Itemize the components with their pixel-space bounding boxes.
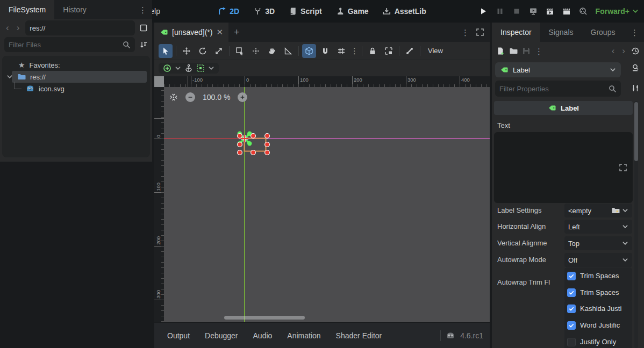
pan-mode-button[interactable]: [265, 44, 279, 58]
scene-tab-unsaved[interactable]: [unsaved](*) ✕: [154, 23, 228, 42]
play-scene-button[interactable]: [546, 7, 554, 16]
workspace-game-button[interactable]: Game: [336, 7, 369, 16]
bottom-panel-debugger[interactable]: Debugger: [198, 328, 245, 343]
property-tools-icon[interactable]: [631, 84, 640, 92]
tab-signals[interactable]: Signals: [540, 23, 582, 42]
filter-properties-box: [495, 81, 621, 97]
zoom-in-button[interactable]: [238, 92, 247, 102]
workspace-2d-button[interactable]: 2D: [218, 7, 239, 16]
play-custom-scene-button[interactable]: [562, 7, 571, 16]
bottom-panel-audio[interactable]: Audio: [247, 328, 279, 343]
justify-only-checkbox[interactable]: [567, 338, 576, 346]
anchor-preset-icon[interactable]: [196, 64, 205, 73]
grid-snap-toggle[interactable]: [334, 44, 348, 58]
nav-back-icon[interactable]: ‹: [4, 23, 11, 33]
divider: [440, 330, 441, 341]
remote-debug-icon[interactable]: [529, 7, 538, 16]
autowrap-mode-dropdown[interactable]: Off: [564, 253, 632, 267]
tree-item-res[interactable]: res://: [2, 71, 150, 83]
history-back-icon[interactable]: ‹: [610, 46, 617, 56]
view-menu-button[interactable]: View: [424, 47, 447, 55]
flag-label: Trim Spaces: [580, 288, 619, 296]
path-box: [25, 20, 135, 35]
flag-label: Kashida Justi: [580, 305, 621, 313]
smart-snap-toggle[interactable]: [302, 44, 316, 58]
expand-viewport-icon[interactable]: [476, 28, 484, 37]
new-resource-icon[interactable]: [496, 47, 505, 55]
label-settings-resource-picker[interactable]: <empty: [564, 204, 632, 218]
list-select-button[interactable]: [233, 44, 247, 58]
version-label[interactable]: 4.6.rc1: [460, 331, 483, 340]
filter-properties-input[interactable]: [499, 85, 608, 93]
tab-filesystem[interactable]: FileSystem: [0, 0, 54, 19]
sort-files-icon[interactable]: [139, 40, 148, 49]
scale-mode-button[interactable]: [212, 44, 226, 58]
vertical-alignment-dropdown[interactable]: Top: [564, 236, 632, 250]
skeleton-options-button[interactable]: [403, 44, 417, 58]
save-resource-icon[interactable]: [522, 47, 531, 55]
tree-item-icon-svg[interactable]: icon.svg: [2, 83, 150, 95]
workspace-assetlib-button[interactable]: AssetLib: [383, 7, 426, 16]
center-view-icon[interactable]: [169, 93, 178, 102]
flag-row: Kashida Justi: [564, 300, 632, 317]
group-node-button[interactable]: [382, 44, 396, 58]
load-resource-folder-icon[interactable]: [509, 47, 518, 55]
nav-forward-icon[interactable]: ›: [15, 23, 22, 33]
canvas-horizontal-scrollbar[interactable]: [224, 316, 305, 320]
kashida-justification-checkbox[interactable]: [567, 305, 576, 313]
workspace-script-button[interactable]: Script: [289, 7, 322, 16]
anchor-icon[interactable]: [184, 64, 193, 73]
history-forward-icon[interactable]: ›: [620, 46, 627, 56]
insert-key-icon[interactable]: [163, 64, 171, 73]
pause-button[interactable]: [496, 7, 504, 16]
word-justification-checkbox[interactable]: [567, 321, 576, 330]
filter-files-input[interactable]: [9, 41, 122, 49]
inspector-scrollbar-thumb[interactable]: [634, 102, 638, 161]
rotate-mode-button[interactable]: [196, 44, 210, 58]
select-mode-button[interactable]: [159, 44, 173, 58]
zoom-percent-label[interactable]: 100.0 %: [203, 93, 230, 102]
edited-object-selector[interactable]: Label: [495, 62, 621, 77]
tab-inspector[interactable]: Inspector: [492, 23, 540, 42]
trim-spaces-checkbox[interactable]: [567, 272, 576, 280]
stop-button[interactable]: [512, 7, 521, 16]
expand-text-editor-icon[interactable]: [619, 163, 627, 172]
zoom-out-button[interactable]: [185, 92, 195, 102]
inspector-menu-icon[interactable]: ⋮: [631, 28, 639, 37]
resource-options-menu-icon[interactable]: ⋮: [535, 47, 543, 55]
scene-tabs-menu-icon[interactable]: ⋮: [461, 28, 469, 37]
snap-magnet-toggle[interactable]: [318, 44, 332, 58]
move-mode-button[interactable]: [180, 44, 194, 58]
filesystem-menu-icon[interactable]: ⋮: [139, 6, 147, 14]
open-docs-icon[interactable]: [631, 63, 640, 72]
split-view-icon[interactable]: [139, 24, 148, 32]
play-button[interactable]: [479, 7, 488, 16]
2d-viewport-canvas[interactable]: 100.0 %: [164, 87, 490, 322]
bottom-panel-output[interactable]: Output: [161, 328, 196, 343]
close-tab-icon[interactable]: ✕: [216, 27, 223, 37]
chevron-down-icon[interactable]: [175, 65, 181, 71]
path-input[interactable]: [30, 24, 131, 32]
ruler-mode-button[interactable]: [281, 44, 295, 58]
renderer-selector[interactable]: Forward+: [596, 7, 639, 16]
tab-groups[interactable]: Groups: [582, 23, 624, 42]
collapse-chevron-icon[interactable]: [6, 74, 13, 80]
bottom-panel-animation[interactable]: Animation: [281, 328, 327, 343]
chevron-down-icon[interactable]: [208, 65, 214, 71]
movie-maker-icon[interactable]: [579, 7, 588, 16]
new-scene-tab-button[interactable]: +: [228, 23, 245, 42]
snap-options-menu-icon[interactable]: ⋮: [350, 47, 359, 55]
quick-load-folder-icon[interactable]: [611, 206, 620, 215]
tab-history[interactable]: History: [54, 0, 95, 19]
bottom-panel-shader-editor[interactable]: Shader Editor: [330, 328, 389, 343]
text-property-editor[interactable]: [494, 132, 633, 203]
property-name: Label Settings: [497, 206, 563, 214]
category-label-header[interactable]: Label: [494, 101, 633, 115]
pivot-mode-button[interactable]: [249, 44, 263, 58]
lock-node-button[interactable]: [366, 44, 380, 58]
history-icon[interactable]: [631, 47, 640, 55]
workspace-3d-button[interactable]: 3D: [253, 7, 275, 16]
res-folder-label: res://: [30, 73, 46, 81]
horizontal-alignment-dropdown[interactable]: Left: [564, 220, 632, 234]
trim-spaces-checkbox[interactable]: [567, 288, 576, 297]
